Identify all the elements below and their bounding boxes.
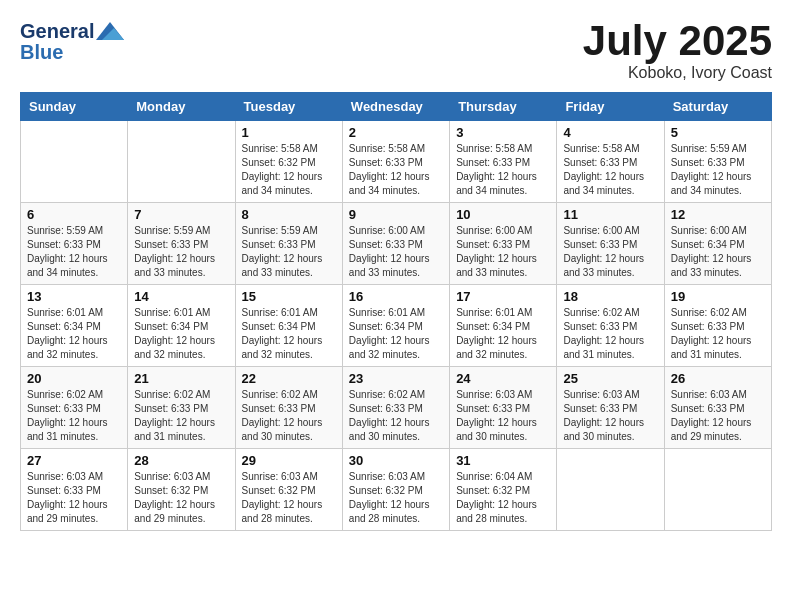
calendar-cell: 24Sunrise: 6:03 AMSunset: 6:33 PMDayligh… (450, 367, 557, 449)
day-number: 24 (456, 371, 550, 386)
day-info: Sunrise: 6:00 AMSunset: 6:33 PMDaylight:… (349, 224, 443, 280)
day-number: 29 (242, 453, 336, 468)
day-number: 16 (349, 289, 443, 304)
day-header-tuesday: Tuesday (235, 93, 342, 121)
day-number: 10 (456, 207, 550, 222)
day-number: 31 (456, 453, 550, 468)
calendar-cell: 30Sunrise: 6:03 AMSunset: 6:32 PMDayligh… (342, 449, 449, 531)
calendar-week-3: 13Sunrise: 6:01 AMSunset: 6:34 PMDayligh… (21, 285, 772, 367)
calendar-cell: 27Sunrise: 6:03 AMSunset: 6:33 PMDayligh… (21, 449, 128, 531)
day-number: 14 (134, 289, 228, 304)
calendar-cell: 22Sunrise: 6:02 AMSunset: 6:33 PMDayligh… (235, 367, 342, 449)
day-info: Sunrise: 6:01 AMSunset: 6:34 PMDaylight:… (242, 306, 336, 362)
calendar-cell (664, 449, 771, 531)
calendar-week-2: 6Sunrise: 5:59 AMSunset: 6:33 PMDaylight… (21, 203, 772, 285)
calendar-cell: 7Sunrise: 5:59 AMSunset: 6:33 PMDaylight… (128, 203, 235, 285)
calendar-cell: 3Sunrise: 5:58 AMSunset: 6:33 PMDaylight… (450, 121, 557, 203)
day-header-wednesday: Wednesday (342, 93, 449, 121)
day-number: 25 (563, 371, 657, 386)
calendar-cell (21, 121, 128, 203)
day-info: Sunrise: 6:04 AMSunset: 6:32 PMDaylight:… (456, 470, 550, 526)
day-number: 5 (671, 125, 765, 140)
day-number: 13 (27, 289, 121, 304)
calendar-cell (557, 449, 664, 531)
logo: General Blue (20, 20, 124, 64)
logo-text: General (20, 20, 94, 43)
day-info: Sunrise: 6:03 AMSunset: 6:33 PMDaylight:… (563, 388, 657, 444)
day-info: Sunrise: 6:02 AMSunset: 6:33 PMDaylight:… (671, 306, 765, 362)
day-number: 9 (349, 207, 443, 222)
day-info: Sunrise: 5:58 AMSunset: 6:33 PMDaylight:… (456, 142, 550, 198)
calendar-cell: 23Sunrise: 6:02 AMSunset: 6:33 PMDayligh… (342, 367, 449, 449)
day-header-friday: Friday (557, 93, 664, 121)
day-info: Sunrise: 6:03 AMSunset: 6:32 PMDaylight:… (349, 470, 443, 526)
day-info: Sunrise: 6:03 AMSunset: 6:33 PMDaylight:… (671, 388, 765, 444)
calendar-cell: 4Sunrise: 5:58 AMSunset: 6:33 PMDaylight… (557, 121, 664, 203)
calendar-cell: 10Sunrise: 6:00 AMSunset: 6:33 PMDayligh… (450, 203, 557, 285)
day-number: 20 (27, 371, 121, 386)
day-header-monday: Monday (128, 93, 235, 121)
day-number: 6 (27, 207, 121, 222)
calendar-cell: 2Sunrise: 5:58 AMSunset: 6:33 PMDaylight… (342, 121, 449, 203)
calendar-cell: 16Sunrise: 6:01 AMSunset: 6:34 PMDayligh… (342, 285, 449, 367)
day-info: Sunrise: 5:59 AMSunset: 6:33 PMDaylight:… (27, 224, 121, 280)
day-number: 19 (671, 289, 765, 304)
calendar-cell: 28Sunrise: 6:03 AMSunset: 6:32 PMDayligh… (128, 449, 235, 531)
day-info: Sunrise: 6:01 AMSunset: 6:34 PMDaylight:… (456, 306, 550, 362)
day-info: Sunrise: 6:01 AMSunset: 6:34 PMDaylight:… (27, 306, 121, 362)
calendar-cell: 11Sunrise: 6:00 AMSunset: 6:33 PMDayligh… (557, 203, 664, 285)
location: Koboko, Ivory Coast (583, 64, 772, 82)
calendar-cell: 5Sunrise: 5:59 AMSunset: 6:33 PMDaylight… (664, 121, 771, 203)
day-number: 7 (134, 207, 228, 222)
day-number: 1 (242, 125, 336, 140)
calendar-cell: 12Sunrise: 6:00 AMSunset: 6:34 PMDayligh… (664, 203, 771, 285)
title-block: July 2025 Koboko, Ivory Coast (583, 20, 772, 82)
day-number: 3 (456, 125, 550, 140)
calendar-cell: 17Sunrise: 6:01 AMSunset: 6:34 PMDayligh… (450, 285, 557, 367)
calendar-cell: 8Sunrise: 5:59 AMSunset: 6:33 PMDaylight… (235, 203, 342, 285)
day-info: Sunrise: 6:03 AMSunset: 6:33 PMDaylight:… (456, 388, 550, 444)
day-number: 12 (671, 207, 765, 222)
day-header-sunday: Sunday (21, 93, 128, 121)
day-number: 23 (349, 371, 443, 386)
day-info: Sunrise: 5:58 AMSunset: 6:33 PMDaylight:… (563, 142, 657, 198)
day-info: Sunrise: 6:02 AMSunset: 6:33 PMDaylight:… (349, 388, 443, 444)
day-info: Sunrise: 6:03 AMSunset: 6:33 PMDaylight:… (27, 470, 121, 526)
day-number: 22 (242, 371, 336, 386)
day-number: 28 (134, 453, 228, 468)
calendar-week-4: 20Sunrise: 6:02 AMSunset: 6:33 PMDayligh… (21, 367, 772, 449)
day-header-saturday: Saturday (664, 93, 771, 121)
month-title: July 2025 (583, 20, 772, 62)
page-header: General Blue July 2025 Koboko, Ivory Coa… (20, 20, 772, 82)
day-number: 18 (563, 289, 657, 304)
calendar-cell: 15Sunrise: 6:01 AMSunset: 6:34 PMDayligh… (235, 285, 342, 367)
day-info: Sunrise: 6:01 AMSunset: 6:34 PMDaylight:… (349, 306, 443, 362)
day-info: Sunrise: 5:58 AMSunset: 6:33 PMDaylight:… (349, 142, 443, 198)
day-info: Sunrise: 6:02 AMSunset: 6:33 PMDaylight:… (242, 388, 336, 444)
day-number: 17 (456, 289, 550, 304)
day-info: Sunrise: 5:59 AMSunset: 6:33 PMDaylight:… (671, 142, 765, 198)
day-info: Sunrise: 5:58 AMSunset: 6:32 PMDaylight:… (242, 142, 336, 198)
day-number: 8 (242, 207, 336, 222)
logo-blue: Blue (20, 41, 124, 64)
day-number: 30 (349, 453, 443, 468)
day-number: 27 (27, 453, 121, 468)
day-number: 15 (242, 289, 336, 304)
calendar-cell: 25Sunrise: 6:03 AMSunset: 6:33 PMDayligh… (557, 367, 664, 449)
logo-icon (96, 22, 124, 42)
calendar-week-5: 27Sunrise: 6:03 AMSunset: 6:33 PMDayligh… (21, 449, 772, 531)
calendar-table: SundayMondayTuesdayWednesdayThursdayFrid… (20, 92, 772, 531)
calendar-cell: 31Sunrise: 6:04 AMSunset: 6:32 PMDayligh… (450, 449, 557, 531)
day-info: Sunrise: 6:02 AMSunset: 6:33 PMDaylight:… (563, 306, 657, 362)
day-info: Sunrise: 6:03 AMSunset: 6:32 PMDaylight:… (242, 470, 336, 526)
day-info: Sunrise: 6:03 AMSunset: 6:32 PMDaylight:… (134, 470, 228, 526)
day-info: Sunrise: 6:02 AMSunset: 6:33 PMDaylight:… (134, 388, 228, 444)
day-info: Sunrise: 6:00 AMSunset: 6:34 PMDaylight:… (671, 224, 765, 280)
day-number: 11 (563, 207, 657, 222)
day-info: Sunrise: 6:00 AMSunset: 6:33 PMDaylight:… (563, 224, 657, 280)
day-header-thursday: Thursday (450, 93, 557, 121)
day-info: Sunrise: 5:59 AMSunset: 6:33 PMDaylight:… (242, 224, 336, 280)
calendar-week-1: 1Sunrise: 5:58 AMSunset: 6:32 PMDaylight… (21, 121, 772, 203)
calendar-cell: 13Sunrise: 6:01 AMSunset: 6:34 PMDayligh… (21, 285, 128, 367)
calendar-header-row: SundayMondayTuesdayWednesdayThursdayFrid… (21, 93, 772, 121)
